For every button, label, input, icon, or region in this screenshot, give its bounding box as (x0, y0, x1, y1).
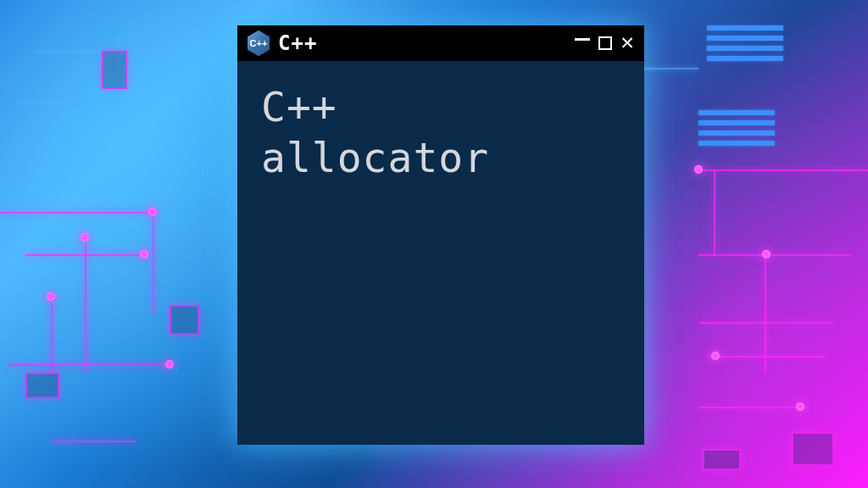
circuit-node (81, 233, 89, 241)
circuit-trace (153, 212, 154, 313)
circuit-trace (707, 356, 826, 358)
circuit-trace (698, 407, 800, 408)
circuit-trace (0, 212, 153, 214)
circuit-chip (25, 373, 59, 398)
terminal-body[interactable]: C++ allocator (237, 61, 644, 445)
circuit-trace (765, 254, 766, 373)
circuit-chip (703, 449, 741, 470)
circuit-trace (85, 237, 86, 373)
minimize-button[interactable] (575, 38, 590, 41)
circuit-chip (170, 305, 199, 335)
window-titlebar[interactable]: C++ C++ ✕ (237, 25, 644, 61)
circuit-node (711, 352, 720, 360)
circuit-node (694, 165, 703, 174)
content-line: C++ (261, 81, 620, 132)
maximize-button[interactable] (598, 36, 612, 50)
circuit-trace (51, 297, 53, 373)
circuit-node (762, 250, 771, 258)
circuit-trace (51, 441, 136, 442)
content-line: allocator (261, 132, 620, 183)
circuit-trace (8, 364, 170, 366)
close-button[interactable]: ✕ (620, 35, 634, 53)
cpp-logo-icon: C++ (248, 30, 270, 56)
circuit-node (47, 292, 55, 301)
circuit-chip (792, 432, 834, 466)
window-title: C++ (278, 31, 566, 55)
circuit-node (796, 402, 804, 411)
ic-pins-icon (698, 110, 775, 146)
circuit-trace (698, 322, 834, 324)
circuit-chip (102, 51, 127, 89)
circuit-trace (714, 169, 715, 254)
circuit-node (140, 250, 148, 258)
window-controls: ✕ (575, 35, 634, 53)
circuit-trace (698, 254, 851, 256)
circuit-node (148, 208, 157, 216)
circuit-trace (698, 169, 868, 171)
ic-pins-icon (707, 25, 783, 61)
cpp-logo-text: C++ (250, 38, 268, 48)
terminal-window: C++ C++ ✕ C++ allocator (237, 25, 644, 445)
circuit-trace (17, 102, 119, 103)
circuit-node (165, 360, 174, 369)
